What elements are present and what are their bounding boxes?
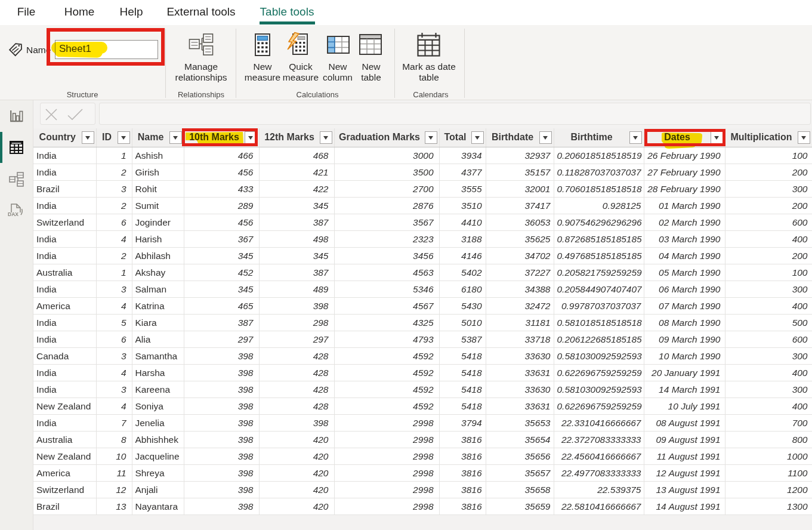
svg-text:DAX: DAX xyxy=(8,211,18,217)
